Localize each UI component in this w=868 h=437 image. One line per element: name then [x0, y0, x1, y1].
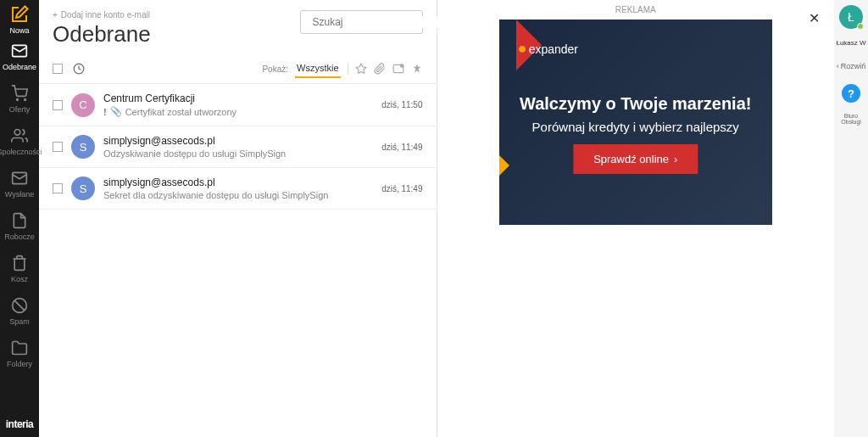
filter-tab-all[interactable]: Wszystkie: [295, 59, 341, 78]
sidebar-item-offers[interactable]: Oferty: [0, 78, 39, 120]
snooze-icon[interactable]: [73, 63, 85, 75]
inbox-icon: [11, 42, 28, 59]
avatar: S: [71, 135, 95, 159]
search-input[interactable]: [313, 16, 440, 28]
ad-banner[interactable]: ●expander Walczymy o Twoje marzenia! Por…: [499, 20, 772, 225]
help-button[interactable]: ?: [842, 84, 860, 103]
pin-filter-icon[interactable]: [411, 63, 423, 75]
chevron-right-icon: ›: [674, 153, 677, 165]
svg-point-1: [17, 99, 19, 101]
expand-panel-button[interactable]: ‹ Rozwiń: [837, 62, 866, 70]
plus-icon: +: [53, 10, 58, 20]
svg-point-2: [25, 99, 26, 101]
email-list: C Centrum Certyfikacji ! 📎 Certyfikat zo…: [39, 84, 437, 437]
trash-icon: [11, 255, 28, 272]
svg-line-6: [14, 300, 25, 311]
priority-icon: !: [103, 107, 107, 117]
chevron-left-icon: ‹: [837, 62, 839, 70]
sidebar-item-label: Robocze: [4, 233, 35, 241]
sidebar: Nowa Odebrane Oferty Społeczności Wysłan…: [0, 0, 39, 437]
email-subject: Odzyskiwanie dostępu do usługi SimplySig…: [103, 148, 373, 159]
select-all-checkbox[interactable]: [53, 64, 63, 74]
email-time: dziś, 11:49: [381, 184, 422, 193]
ad-cta-label: Sprawdź online: [593, 153, 669, 165]
email-time: dziś, 11:49: [381, 143, 422, 152]
sidebar-brand[interactable]: interia: [6, 412, 34, 437]
ad-brand: ●expander: [518, 40, 578, 58]
sidebar-item-label: Odebrane: [3, 63, 36, 71]
chevron-yellow-icon: [499, 147, 509, 184]
sidebar-item-spam[interactable]: Spam: [0, 290, 39, 333]
page-title: Odebrane: [53, 21, 287, 48]
email-checkbox[interactable]: [53, 183, 63, 193]
ad-cta-button[interactable]: Sprawdź online ›: [573, 144, 698, 174]
email-subject: Sekret dla odzyskiwanie dostępu do usług…: [103, 190, 373, 200]
email-sender: simplysign@assecods.pl: [103, 176, 373, 188]
compose-icon: [9, 4, 30, 25]
user-initial: Ł: [848, 10, 854, 24]
sidebar-item-folders[interactable]: Foldery: [0, 333, 39, 375]
compose-button[interactable]: Nowa: [3, 3, 36, 36]
email-row[interactable]: S simplysign@assecods.pl Odzyskiwanie do…: [39, 126, 437, 168]
sidebar-item-label: Społeczności: [0, 148, 42, 156]
email-row[interactable]: C Centrum Certyfikacji ! 📎 Certyfikat zo…: [39, 84, 437, 126]
sidebar-item-label: Oferty: [9, 105, 31, 114]
email-subject-text: Certyfikat został utworzony: [125, 107, 236, 117]
attachment-filter-icon[interactable]: [374, 63, 386, 75]
sidebar-item-trash[interactable]: Kosz: [0, 248, 39, 290]
ad-close-button[interactable]: ✕: [809, 10, 822, 24]
sent-icon: [11, 170, 28, 187]
right-panel: Ł Łukasz W ‹ Rozwiń ? Biuro Obsługi: [834, 0, 868, 437]
unread-filter-icon[interactable]: [392, 63, 404, 75]
sidebar-item-social[interactable]: Społeczności: [0, 120, 39, 163]
drafts-icon: [11, 212, 28, 229]
email-time: dziś, 11:50: [381, 100, 422, 109]
email-checkbox[interactable]: [53, 142, 63, 152]
attachment-icon: 📎: [110, 106, 122, 117]
ad-subtitle: Porównaj kredyty i wybierz najlepszy: [499, 120, 772, 134]
header: + Dodaj inne konto e-mail Odebrane: [39, 0, 437, 54]
star-filter-icon[interactable]: [355, 63, 367, 75]
social-icon: [11, 127, 28, 144]
folders-icon: [11, 339, 28, 356]
filter-show-label: Pokaż:: [262, 64, 288, 74]
offers-icon: [11, 85, 28, 102]
email-sender: simplysign@assecods.pl: [103, 135, 373, 147]
help-label: Biuro Obsługi: [834, 113, 868, 125]
ad-title: Walczymy o Twoje marzenia!: [499, 94, 772, 114]
avatar: S: [71, 176, 95, 200]
add-account-link[interactable]: + Dodaj inne konto e-mail: [53, 10, 287, 20]
email-subject: ! 📎 Certyfikat został utworzony: [103, 106, 373, 117]
email-row[interactable]: S simplysign@assecods.pl Sekret dla odzy…: [39, 168, 437, 210]
sidebar-item-label: Spam: [9, 317, 30, 326]
sidebar-item-inbox[interactable]: Odebrane: [0, 36, 39, 78]
sidebar-item-drafts[interactable]: Robocze: [0, 205, 39, 248]
email-sender: Centrum Certyfikacji: [103, 92, 373, 104]
user-name: Łukasz W: [836, 39, 865, 47]
svg-marker-10: [356, 64, 366, 73]
avatar: C: [71, 93, 95, 117]
compose-label: Nowa: [9, 26, 29, 35]
sidebar-item-label: Kosz: [11, 275, 28, 283]
search-box[interactable]: [300, 10, 423, 34]
filter-bar: Pokaż: Wszystkie: [39, 54, 437, 84]
sidebar-item-label: Wysłane: [5, 190, 34, 199]
status-indicator: [857, 23, 864, 30]
ad-label: REKLAMA: [615, 0, 656, 20]
spam-icon: [11, 297, 28, 314]
email-checkbox[interactable]: [53, 100, 63, 110]
svg-point-3: [14, 130, 20, 136]
expand-label: Rozwiń: [841, 62, 866, 70]
add-account-label: Dodaj inne konto e-mail: [61, 10, 150, 20]
main-column: + Dodaj inne konto e-mail Odebrane Pokaż…: [39, 0, 437, 437]
user-avatar[interactable]: Ł: [839, 5, 863, 29]
svg-point-12: [400, 64, 403, 68]
ad-brand-text: expander: [529, 42, 578, 56]
content-area: ✕ REKLAMA ●expander Walczymy o Twoje mar…: [437, 0, 835, 437]
sidebar-item-label: Foldery: [7, 360, 32, 368]
sidebar-item-sent[interactable]: Wysłane: [0, 163, 39, 205]
